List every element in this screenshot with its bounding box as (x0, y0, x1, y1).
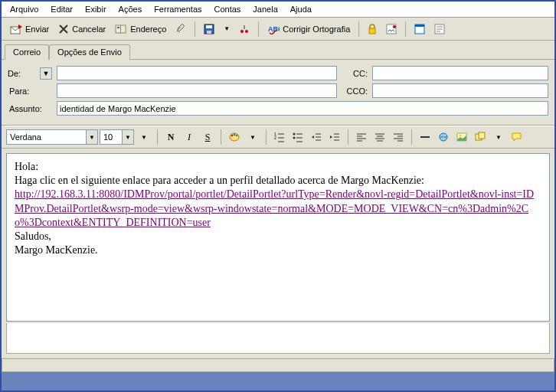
svg-point-8 (245, 30, 248, 33)
priority-button[interactable] (235, 22, 253, 36)
svg-point-19 (236, 135, 237, 136)
body-signature: Margo MacKenzie. (15, 243, 541, 257)
font-size-select[interactable]: 10 ▼ (100, 129, 134, 145)
bold-button[interactable]: N (162, 129, 179, 145)
tabs-row: Correio Opções de Envio (2, 41, 554, 60)
font-color-button[interactable] (226, 129, 243, 145)
body-signoff: Saludos, (15, 230, 541, 243)
signature-icon (386, 24, 397, 34)
address-book-icon (115, 24, 127, 34)
plaintext-icon (434, 24, 445, 34)
attach-button[interactable] (172, 22, 190, 36)
object-icon (475, 132, 486, 142)
body-intro: Haga clic en el siguiente enlace para ac… (15, 174, 541, 188)
underline-button[interactable]: S (199, 129, 216, 145)
main-toolbar: Enviar Cancelar Endereço ▼ ABC Corrigir … (2, 18, 554, 41)
object-caret[interactable]: ▼ (490, 129, 507, 145)
html-view-button[interactable] (410, 22, 429, 36)
svg-text:2: 2 (274, 136, 276, 140)
from-input[interactable] (57, 66, 337, 80)
body-greeting: Hola: (15, 160, 541, 174)
align-center-button[interactable] (371, 129, 388, 145)
from-picker[interactable]: ▼ (40, 67, 52, 80)
tab-correio[interactable]: Correio (5, 44, 49, 60)
indent-button[interactable] (326, 129, 343, 145)
cancel-button[interactable]: Cancelar (54, 22, 110, 36)
editor-container: Hola: Haga clic en el siguiente enlace p… (2, 149, 554, 323)
svg-rect-2 (120, 25, 121, 33)
color-caret[interactable]: ▼ (244, 129, 261, 145)
menu-janela[interactable]: Janela (247, 3, 283, 15)
svg-rect-14 (415, 24, 424, 27)
address-button[interactable]: Endereço (111, 22, 170, 36)
bcc-label: CCO: (342, 87, 368, 96)
svg-rect-6 (207, 31, 211, 34)
speech-icon (512, 132, 522, 142)
globe-link-icon (438, 132, 449, 142)
lock-icon (368, 24, 377, 34)
svg-point-18 (234, 134, 235, 136)
italic-button[interactable]: I (181, 129, 198, 145)
send-icon (10, 23, 22, 35)
menu-acoes[interactable]: Ações (113, 3, 148, 15)
attachment-pane[interactable] (6, 323, 550, 354)
image-icon (456, 132, 467, 142)
menu-contas[interactable]: Contas (209, 3, 247, 15)
insert-link-button[interactable] (435, 129, 452, 145)
svg-rect-3 (117, 27, 119, 28)
paperclip-icon (175, 24, 186, 34)
palette-icon (229, 132, 240, 142)
bcc-input[interactable] (372, 83, 548, 98)
status-bar (2, 358, 554, 372)
numbered-list-button[interactable]: 12 (271, 129, 288, 145)
svg-rect-5 (206, 25, 212, 28)
cc-label: CC: (342, 69, 368, 78)
insert-object-button[interactable] (472, 129, 489, 145)
svg-point-23 (293, 137, 296, 139)
menu-exibir[interactable]: Exibir (80, 3, 112, 15)
bullet-list-button[interactable] (289, 129, 306, 145)
svg-point-22 (293, 133, 296, 136)
svg-point-7 (240, 30, 244, 33)
svg-point-17 (231, 135, 233, 136)
plain-view-button[interactable] (430, 22, 449, 36)
send-button[interactable]: Enviar (6, 21, 53, 37)
spellcheck-button[interactable]: ABC Corrigir Ortografia (263, 22, 354, 36)
sign-button[interactable] (382, 22, 401, 36)
encrypt-button[interactable] (364, 22, 381, 36)
svg-point-12 (393, 25, 396, 28)
svg-rect-10 (369, 28, 375, 34)
menu-editar[interactable]: Editar (45, 3, 78, 15)
menu-ajuda[interactable]: Ajuda (285, 3, 317, 15)
svg-point-26 (460, 135, 462, 137)
floppy-icon (204, 24, 214, 34)
subject-label: Assunto: (8, 104, 52, 113)
align-left-button[interactable] (353, 129, 370, 145)
cancel-icon (58, 24, 69, 34)
insert-image-button[interactable] (453, 129, 470, 145)
font-family-select[interactable]: Verdana ▼ (6, 129, 98, 145)
menu-ferramentas[interactable]: Ferramentas (149, 3, 207, 15)
insert-symbol-button[interactable] (509, 129, 525, 145)
menu-arquivo[interactable]: Arquivo (5, 3, 44, 15)
insert-rule-button[interactable] (417, 129, 433, 145)
format-toolbar: Verdana ▼ 10 ▼ ▼ N I S ▼ 12 ▼ (2, 126, 554, 149)
priority-icon (239, 24, 250, 34)
to-input[interactable] (57, 83, 337, 98)
outdent-button[interactable] (308, 129, 325, 145)
message-body-editor[interactable]: Hola: Haga clic en el siguiente enlace p… (6, 153, 550, 322)
font-size-caret[interactable]: ▼ (136, 129, 152, 145)
to-label: Para: (8, 87, 52, 96)
body-link[interactable]: http://192.168.3.11:8080/IDMProv/portal/… (15, 188, 534, 227)
spellcheck-icon: ABC (267, 24, 280, 34)
from-label: De: (8, 69, 40, 78)
save-dropdown[interactable]: ▼ (220, 24, 234, 34)
header-fields: De: ▼ CC: Para: CCO: Assunto: (2, 60, 554, 126)
save-button[interactable] (200, 22, 218, 36)
tab-opcoes[interactable]: Opções de Envio (49, 44, 130, 60)
svg-rect-28 (479, 132, 485, 139)
cc-input[interactable] (372, 66, 548, 80)
subject-input[interactable] (57, 101, 548, 116)
align-right-button[interactable] (390, 129, 407, 145)
html-icon (414, 24, 425, 34)
